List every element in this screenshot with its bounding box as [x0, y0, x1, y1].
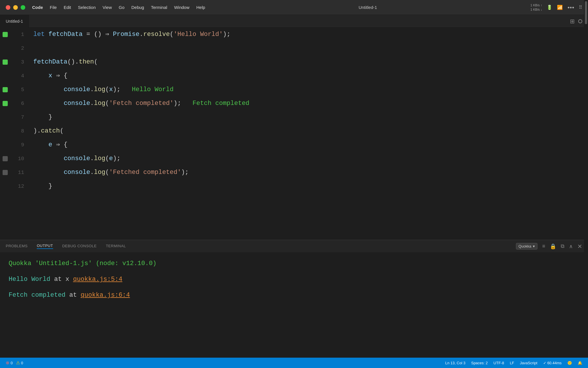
token: . — [140, 28, 143, 41]
tab-debug-console[interactable]: DEBUG CONSOLE — [62, 244, 97, 249]
token: console — [64, 83, 90, 97]
fetch-completed-text: Fetch completed — [9, 292, 65, 299]
language-mode[interactable]: JavaScript — [520, 361, 537, 365]
token — [52, 138, 56, 152]
token: ⇒ — [56, 138, 60, 152]
fetch-completed-link[interactable]: quokka.js:6:4 — [81, 292, 130, 299]
token: ( — [94, 55, 98, 69]
line-ending[interactable]: LF — [510, 361, 514, 365]
token: resolve — [143, 28, 170, 41]
split-editor-icon[interactable]: ⊞ — [570, 18, 575, 25]
code-line-7: } — [33, 110, 578, 124]
titlebar: Code File Edit Selection View Go Debug T… — [0, 0, 588, 15]
network-status: 1 KB/s ↑1 KB/s ↓ — [530, 3, 542, 12]
gutter-item-4 — [0, 69, 10, 83]
token: log — [94, 97, 105, 110]
token: ); — [113, 83, 120, 97]
token: catch — [41, 124, 60, 138]
panel-scrollbar[interactable] — [584, 0, 588, 368]
token: console — [64, 97, 90, 110]
menu-terminal[interactable]: Terminal — [151, 5, 167, 10]
token: let — [33, 28, 49, 41]
menu-file[interactable]: File — [50, 5, 57, 10]
line-num-8: 8 — [14, 124, 24, 138]
line-num-11: 11 — [14, 166, 24, 179]
menu-view[interactable]: View — [102, 5, 112, 10]
minimize-button[interactable] — [13, 5, 18, 10]
hello-world-link[interactable]: quokka.js:5:4 — [73, 276, 122, 283]
gutter-item-11 — [0, 166, 10, 179]
token: fetchData — [33, 55, 67, 69]
token: 'Fetch completed' — [109, 97, 173, 110]
menu-code[interactable]: Code — [32, 5, 43, 10]
editor-container: 1 2 3 4 5 6 7 8 9 10 11 12 let fetchData… — [0, 28, 588, 358]
menu-window[interactable]: Window — [174, 5, 189, 10]
run-indicator-11 — [3, 170, 8, 175]
line-num-4: 4 — [14, 69, 24, 83]
editor-main[interactable]: 1 2 3 4 5 6 7 8 9 10 11 12 let fetchData… — [0, 28, 588, 240]
token: ); — [181, 166, 189, 179]
close-button[interactable] — [6, 5, 10, 10]
line-num-2: 2 — [14, 41, 24, 55]
tab-problems[interactable]: PROBLEMS — [6, 244, 28, 249]
token: ⇒ — [56, 69, 60, 83]
token: } — [33, 179, 52, 193]
token: fetchData — [49, 28, 83, 41]
error-count[interactable]: ⊗ 0 ⚠ 0 — [6, 360, 23, 365]
gutter-item-5 — [0, 83, 10, 97]
menu-debug[interactable]: Debug — [131, 5, 144, 10]
warning-icon: ⚠ — [16, 360, 20, 365]
token: e — [109, 152, 113, 166]
battery-icon: 🔋 — [547, 5, 552, 10]
code-line-2 — [33, 41, 578, 55]
chevron-up-icon[interactable]: ∧ — [569, 243, 573, 250]
code-line-5: console.log(x); Hello World — [33, 83, 578, 97]
token — [33, 83, 64, 97]
clear-output-icon[interactable]: ≡ — [542, 243, 545, 249]
clock: ●●● — [567, 5, 574, 9]
token: log — [94, 152, 105, 166]
warning-count-value: 0 — [21, 361, 23, 365]
code-line-3: fetchData().then( — [33, 55, 578, 69]
tab-output[interactable]: OUTPUT — [37, 244, 53, 249]
token: . — [90, 166, 94, 179]
menu-help[interactable]: Help — [196, 5, 205, 10]
spaces[interactable]: Spaces: 2 — [471, 361, 488, 365]
hello-world-text: Hello World — [9, 276, 50, 283]
copy-icon[interactable]: ⧉ — [561, 243, 564, 249]
output-quokka-header: Quokka 'Untitled-1.js' (node: v12.10.0) — [9, 258, 579, 269]
tab-terminal[interactable]: TERMINAL — [106, 244, 126, 249]
tab-bar: Untitled-1 ⊞ — [0, 15, 588, 28]
statusbar: ⊗ 0 ⚠ 0 Ln 13, Col 3 Spaces: 2 UTF-8 LF … — [0, 358, 588, 368]
ln-col[interactable]: Ln 13, Col 3 — [445, 361, 465, 365]
menu-edit[interactable]: Edit — [64, 5, 71, 10]
lock-icon[interactable]: 🔒 — [550, 243, 556, 250]
menu-extra: ⠿ — [579, 5, 582, 10]
panel-tabs: PROBLEMS OUTPUT DEBUG CONSOLE TERMINAL Q… — [0, 240, 588, 253]
token: . — [90, 83, 94, 97]
traffic-lights — [6, 5, 25, 10]
token: x — [49, 69, 52, 83]
editor-tab[interactable]: Untitled-1 — [0, 15, 29, 28]
token: console — [64, 152, 90, 166]
encoding[interactable]: UTF-8 — [494, 361, 504, 365]
token: . — [90, 152, 94, 166]
window-title: Untitled-1 — [359, 5, 377, 10]
output-source-select[interactable]: Quokka ▾ — [516, 243, 538, 250]
smiley-icon[interactable]: 🙂 — [567, 361, 572, 365]
circle-icon[interactable] — [578, 19, 582, 23]
tab-label: Untitled-1 — [6, 19, 23, 24]
token — [33, 166, 64, 179]
maximize-button[interactable] — [21, 5, 25, 10]
fetch-completed-middle: at — [69, 292, 81, 299]
code-area[interactable]: let fetchData = () ⇒ Promise.resolve('He… — [28, 28, 584, 240]
code-line-4: x ⇒ { — [33, 69, 578, 83]
statusbar-left: ⊗ 0 ⚠ 0 — [6, 360, 23, 365]
close-panel-icon[interactable]: ✕ — [577, 243, 582, 250]
token: ); — [223, 28, 230, 41]
panel-scrollbar-thumb[interactable] — [585, 1, 587, 24]
output-fetch-completed-line: Fetch completed at quokka.js:6:4 — [9, 290, 579, 300]
notification-icon[interactable]: 🔔 — [578, 361, 582, 365]
menu-selection[interactable]: Selection — [78, 5, 96, 10]
menu-go[interactable]: Go — [119, 5, 125, 10]
